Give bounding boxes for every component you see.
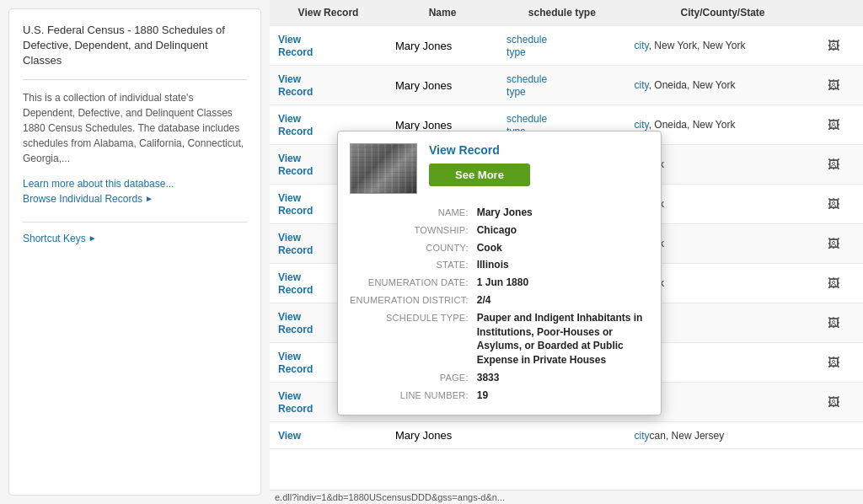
record-popup: View Record See More NAME: Mary Jones TO… xyxy=(337,131,662,416)
enum-date-label: ENUMERATION DATE: xyxy=(350,276,469,290)
state-value: Illinois xyxy=(477,258,649,272)
enum-district-label: ENUMERATION DISTRICT: xyxy=(350,293,469,308)
sidebar-title: U.S. Federal Census - 1880 Schedules of … xyxy=(23,23,247,80)
schedule-type-label: SCHEDULE TYPE: xyxy=(350,311,469,367)
city-link[interactable]: city xyxy=(635,79,649,91)
line-number-label: LINE NUMBER: xyxy=(350,389,469,403)
browse-records-label: Browse Individual Records xyxy=(23,193,142,205)
page-label: PAGE: xyxy=(350,371,469,385)
cell-name: Mary Jones xyxy=(387,422,498,449)
image-icon[interactable]: 🖼 xyxy=(828,197,839,211)
col-header-image xyxy=(819,0,863,26)
schedule-type-link[interactable]: scheduletype xyxy=(507,34,547,58)
shortcut-arrow-icon: ► xyxy=(88,233,97,243)
township-value: Chicago xyxy=(477,223,649,238)
arrow-right-icon: ► xyxy=(145,194,153,203)
view-record-link[interactable]: ViewRecord xyxy=(278,232,313,256)
enum-date-value: 1 Jun 1880 xyxy=(477,276,649,290)
cell-name: Mary Jones xyxy=(387,26,498,66)
see-more-button[interactable]: See More xyxy=(429,164,530,186)
view-record-link[interactable]: ViewRecord xyxy=(278,311,313,335)
township-label: TOWNSHIP: xyxy=(350,223,469,238)
learn-more-label: Learn more about this database... xyxy=(23,178,174,190)
browse-records-link[interactable]: Browse Individual Records ► xyxy=(23,193,247,205)
county-label: COUNTY: xyxy=(350,241,469,255)
learn-more-link[interactable]: Learn more about this database... xyxy=(23,178,247,190)
line-number-value: 19 xyxy=(477,389,649,403)
view-record-link[interactable]: ViewRecord xyxy=(278,113,313,137)
image-icon[interactable]: 🖼 xyxy=(828,237,839,250)
sidebar: U.S. Federal Census - 1880 Schedules of … xyxy=(8,8,261,496)
sidebar-description: This is a collection of individual state… xyxy=(23,90,247,166)
view-record-link[interactable]: ViewRecord xyxy=(278,390,313,415)
cell-location: citycan, New Jersey xyxy=(626,422,820,449)
county-value: Cook xyxy=(477,241,649,255)
col-header-name: Name xyxy=(387,0,498,26)
image-icon[interactable]: 🖼 xyxy=(828,78,839,92)
cell-location: city, Oneida, New York xyxy=(626,66,820,105)
city-link[interactable]: city xyxy=(635,40,649,51)
view-record-link[interactable]: ViewRecord xyxy=(278,351,313,375)
cell-schedule xyxy=(498,422,625,449)
view-record-link[interactable]: ViewRecord xyxy=(278,34,313,58)
table-row: ViewRecord Mary Jones scheduletype city,… xyxy=(270,26,863,66)
popup-fields: NAME: Mary Jones TOWNSHIP: Chicago COUNT… xyxy=(350,206,649,403)
view-record-link[interactable]: ViewRecord xyxy=(278,73,313,98)
view-record-link[interactable]: ViewRecord xyxy=(278,192,313,217)
popup-top: View Record See More xyxy=(350,143,649,194)
city-link[interactable]: city xyxy=(635,119,649,131)
table-row: ViewRecord Mary Jones scheduletype city,… xyxy=(270,66,863,105)
shortcut-keys-toggle[interactable]: Shortcut Keys ► xyxy=(23,233,247,244)
shortcut-keys-label: Shortcut Keys xyxy=(23,233,86,244)
cell-location: city, New York, New York xyxy=(626,26,820,66)
col-header-schedule-type: schedule type xyxy=(498,0,625,26)
state-label: STATE: xyxy=(350,258,469,272)
image-icon[interactable]: 🖼 xyxy=(828,356,839,369)
schedule-type-value: Pauper and Indigent Inhabitants in Insti… xyxy=(477,311,649,367)
popup-view-record-link[interactable]: View Record xyxy=(429,143,530,157)
col-header-location: City/County/State xyxy=(626,0,820,26)
table-row: View Mary Jones citycan, New Jersey xyxy=(270,422,863,449)
sidebar-links: Learn more about this database... Browse… xyxy=(23,178,247,205)
city-link[interactable]: city xyxy=(635,430,650,442)
schedule-type-link[interactable]: scheduletype xyxy=(507,73,547,98)
cell-image xyxy=(819,422,863,449)
enum-district-value: 2/4 xyxy=(477,293,649,308)
image-icon[interactable]: 🖼 xyxy=(828,39,839,52)
view-record-link[interactable]: View xyxy=(278,430,301,442)
url-bar: e.dll?indiv=1&db=1880UScensusDDD&gss=ang… xyxy=(270,490,863,504)
cell-name: Mary Jones xyxy=(387,66,498,105)
name-label: NAME: xyxy=(350,206,469,220)
image-icon[interactable]: 🖼 xyxy=(828,276,839,290)
main-content: View Record Name schedule type City/Coun… xyxy=(270,0,863,504)
view-record-link[interactable]: ViewRecord xyxy=(278,271,313,296)
image-icon[interactable]: 🖼 xyxy=(828,395,839,409)
record-thumbnail xyxy=(350,143,417,194)
view-record-link[interactable]: ViewRecord xyxy=(278,153,313,177)
col-header-view-record: View Record xyxy=(270,0,387,26)
image-icon[interactable]: 🖼 xyxy=(828,316,839,330)
shortcut-keys-section: Shortcut Keys ► xyxy=(23,222,247,244)
page-value: 3833 xyxy=(477,371,649,385)
popup-top-right: View Record See More xyxy=(429,143,530,186)
image-icon[interactable]: 🖼 xyxy=(828,158,839,171)
image-icon[interactable]: 🖼 xyxy=(828,118,839,131)
name-value: Mary Jones xyxy=(477,206,649,220)
